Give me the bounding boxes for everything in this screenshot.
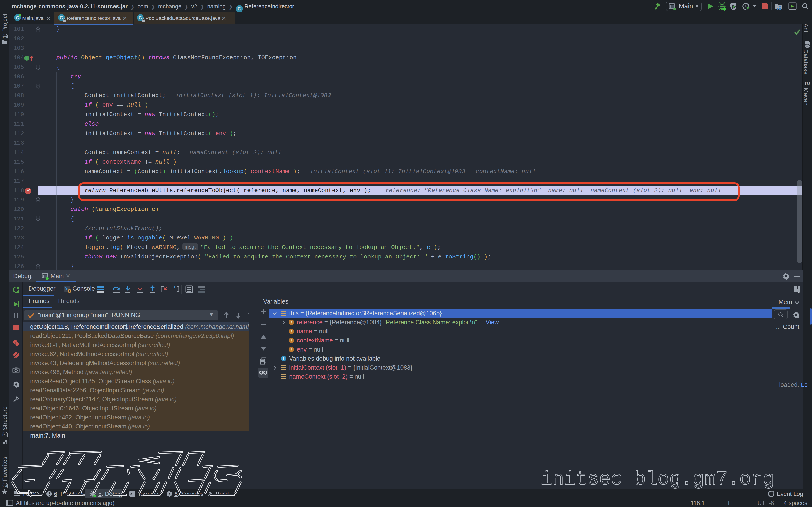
svg-text:i: i (283, 356, 284, 361)
svg-text:I: I (26, 56, 28, 61)
svg-text:Main: Main (679, 2, 693, 10)
